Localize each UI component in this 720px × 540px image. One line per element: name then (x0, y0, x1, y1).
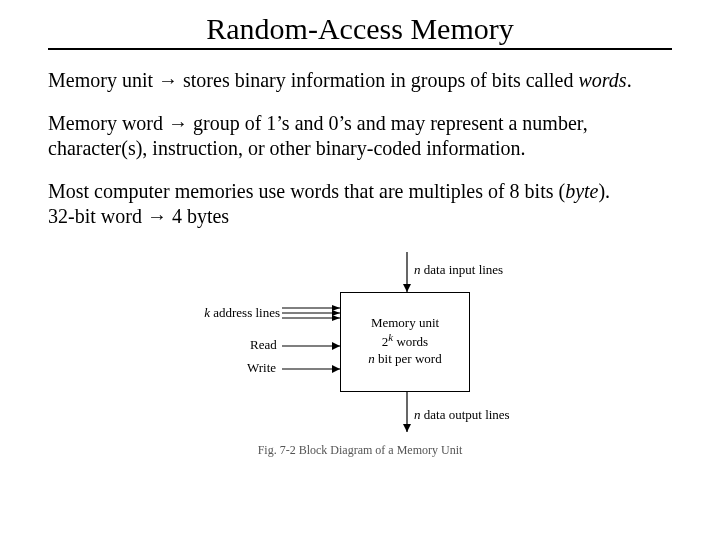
emphasis-words: words (578, 69, 626, 91)
paragraph-memory-unit: Memory unit → stores binary information … (48, 68, 672, 93)
text: 32-bit word (48, 205, 147, 227)
arrow-icon (282, 303, 340, 323)
slide-body: Memory unit → stores binary information … (48, 68, 672, 229)
svg-marker-7 (332, 315, 340, 321)
box-title: Memory unit (341, 315, 469, 331)
arrow-icon (282, 365, 340, 373)
paragraph-memory-word: Memory word → group of 1’s and 0’s and m… (48, 111, 672, 161)
text: data input lines (421, 262, 504, 277)
box-wordsize: n bit per word (341, 351, 469, 367)
svg-marker-9 (332, 342, 340, 350)
label-data-input: n data input lines (414, 262, 503, 278)
label-data-output: n data output lines (414, 407, 510, 423)
svg-marker-6 (332, 310, 340, 316)
arrow-icon (402, 252, 412, 292)
emphasis-byte: byte (565, 180, 598, 202)
slide: Random-Access Memory Memory unit → store… (0, 0, 720, 540)
svg-marker-11 (332, 365, 340, 373)
figure-caption: Fig. 7-2 Block Diagram of a Memory Unit (150, 443, 570, 458)
text: stores binary information in groups of b… (178, 69, 578, 91)
paragraph-byte: Most computer memories use words that ar… (48, 179, 672, 229)
text: ). (598, 180, 610, 202)
svg-marker-13 (403, 424, 411, 432)
slide-title: Random-Access Memory (48, 12, 672, 50)
text: bit per word (375, 351, 442, 366)
label-read: Read (250, 337, 277, 353)
label-address-lines: k address lines (195, 305, 280, 321)
memory-unit-box: Memory unit 2k words n bit per word (340, 292, 470, 392)
arrow-icon: → (168, 112, 188, 134)
arrow-icon: → (147, 205, 167, 227)
text: Memory word (48, 112, 168, 134)
svg-marker-1 (403, 284, 411, 292)
memory-unit-figure: n data input lines Memory unit 2k words … (150, 247, 570, 457)
text: Most computer memories use words that ar… (48, 180, 565, 202)
text: Memory unit (48, 69, 158, 91)
text: words (393, 335, 428, 350)
arrow-icon (402, 392, 412, 432)
text: data output lines (421, 407, 510, 422)
text: 4 bytes (167, 205, 229, 227)
arrow-icon (282, 342, 340, 350)
text: . (627, 69, 632, 91)
text: address lines (210, 305, 280, 320)
label-write: Write (247, 360, 276, 376)
arrow-icon: → (158, 69, 178, 91)
box-capacity: 2k words (341, 331, 469, 351)
svg-marker-5 (332, 305, 340, 311)
